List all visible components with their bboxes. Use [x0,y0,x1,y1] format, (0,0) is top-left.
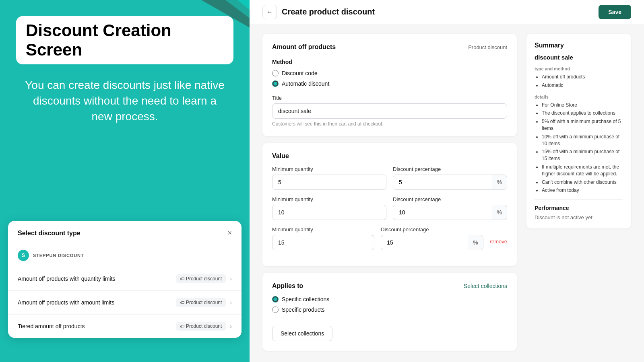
modal-item-right-0: 🏷Product discount › [176,274,232,283]
summary-detail-0: For Online Store [542,102,623,109]
summary-type-item-0: Amount off products [542,74,623,80]
applies-specific-collections[interactable]: Specific collections [272,296,507,302]
applies-to-title: Applies to [272,282,303,290]
specific-collections-label: Specific collections [282,296,329,302]
card-header: Amount off products Product discount [272,43,507,51]
list-item[interactable]: Amount off products with amount limits 🏷… [8,291,242,315]
discount-pct-input-2[interactable] [393,205,492,220]
left-panel: Discount Creation Screen You can create … [0,0,250,362]
summary-detail-1: The discount applies to collections [542,110,623,117]
title-label: Title [272,95,507,101]
summary-divider [535,200,623,200]
performance-title: Performance [535,205,623,211]
automatic-discount-label: Automatic discount [282,80,329,87]
tag-icon: 🏷 [180,300,184,305]
percent-suffix-2: % [492,205,507,220]
card-title: Amount off products [272,43,336,51]
specific-collections-radio[interactable] [272,296,279,302]
min-qty-field-2: Minimum quantity [272,196,386,220]
summary-type-list: Amount off products Automatic [535,74,623,89]
badge-1: 🏷Product discount [176,298,226,307]
discount-pct-input-1[interactable] [393,175,492,189]
value-card: Value Minimum quantity Discount percenta… [262,143,517,266]
min-qty-input-2[interactable] [272,205,386,220]
method-automatic-discount[interactable]: Automatic discount [272,80,507,87]
steppun-icon: S [18,250,29,261]
list-item[interactable]: Tiered amount off products 🏷Product disc… [8,315,242,338]
discount-pct-field-1: Discount percentage % [393,166,507,190]
title-hint: Customers will see this in their cart an… [272,121,507,127]
select-collections-button[interactable]: Select collections [272,326,332,341]
top-bar: ← Create product discount Save [250,0,644,24]
method-radio-group: Discount code Automatic discount [272,70,507,87]
modal-item-label-1: Amount off products with amount limits [18,299,114,306]
min-qty-input-3[interactable] [272,235,374,250]
value-row-2: Minimum quantity Discount percentage % [272,196,507,220]
modal-item-label-0: Amount off products with quantity limits [18,276,116,282]
modal-close-button[interactable]: × [227,229,232,237]
deco-triangles-icon [169,0,250,36]
percent-suffix-1: % [492,175,507,189]
page-subtitle: You can create discounts just like nativ… [16,77,233,125]
min-qty-label-2: Minimum quantity [272,196,386,202]
modal-item-right-1: 🏷Product discount › [176,298,232,307]
save-button[interactable]: Save [599,5,631,19]
summary-detail-2: 5% off with a minimum purchase of 5 item… [542,118,623,132]
specific-products-label: Specific products [282,306,325,313]
discount-pct-input-wrap-3: % [381,235,483,250]
summary-detail-4: 15% off with a minimum purchase of 15 it… [542,148,623,162]
modal-item-right-2: 🏷Product discount › [176,322,232,331]
summary-detail-3: 10% off with a minimum purchase of 10 it… [542,134,623,147]
method-discount-code[interactable]: Discount code [272,70,507,76]
applies-header: Applies to Select collections [272,282,507,290]
top-bar-left: ← Create product discount [262,5,375,19]
remove-row-button[interactable]: remove [490,239,507,245]
min-qty-label-3: Minimum quantity [272,226,374,232]
automatic-discount-radio[interactable] [272,80,279,87]
discount-pct-input-wrap-1: % [393,175,507,190]
min-qty-label-1: Minimum quantity [272,166,386,172]
percent-suffix-3: % [468,235,483,250]
summary-details-list: For Online Store The discount applies to… [535,102,623,194]
modal-section-header: S STEPPUN DISCOUNT [8,244,242,267]
back-button[interactable]: ← [262,5,277,19]
tag-icon: 🏷 [180,324,184,329]
modal-item-label-2: Tiered amount off products [18,323,85,329]
method-label: Method [272,59,507,65]
discount-pct-label-1: Discount percentage [393,166,507,172]
modal-title: Select discount type [18,230,80,237]
summary-panel: Summary discount sale type and method Am… [526,34,631,352]
specific-products-radio[interactable] [272,306,279,313]
value-row-3: Minimum quantity Discount percentage % r… [272,226,507,250]
summary-type-method-label: type and method [535,66,623,71]
card-badge: Product discount [468,44,507,50]
list-item[interactable]: Amount off products with quantity limits… [8,267,242,291]
applies-specific-products[interactable]: Specific products [272,306,507,313]
chevron-right-icon: › [230,299,232,306]
min-qty-input-1[interactable] [272,175,386,190]
min-qty-field-1: Minimum quantity [272,166,386,190]
badge-2: 🏷Product discount [176,322,226,331]
summary-type-item-1: Automatic [542,82,623,89]
summary-detail-6: Can't combine with other discounts [542,179,623,186]
summary-details-label: details [535,95,623,99]
discount-pct-input-3[interactable] [381,235,468,250]
amount-off-card: Amount off products Product discount Met… [262,34,517,136]
right-area: ← Create product discount Save Amount of… [250,0,644,362]
page-title: Create product discount [282,7,375,16]
value-title: Value [272,152,507,160]
min-qty-field-3: Minimum quantity [272,226,374,250]
discount-code-radio[interactable] [272,70,279,76]
title-input[interactable] [272,103,507,119]
summary-detail-5: If multiple requirements are met, the hi… [542,164,623,177]
modal-section-name: STEPPUN DISCOUNT [33,253,84,258]
select-collections-link[interactable]: Select collections [464,283,507,289]
form-area: Amount off products Product discount Met… [262,34,517,352]
summary-title: Summary [535,42,623,49]
applies-to-card: Applies to Select collections Specific c… [262,273,517,351]
value-row-1: Minimum quantity Discount percentage % [272,166,507,190]
badge-0: 🏷Product discount [176,274,226,283]
discount-pct-label-2: Discount percentage [393,196,507,202]
discount-pct-input-wrap-2: % [393,205,507,220]
summary-detail-7: Active from today [542,187,623,194]
